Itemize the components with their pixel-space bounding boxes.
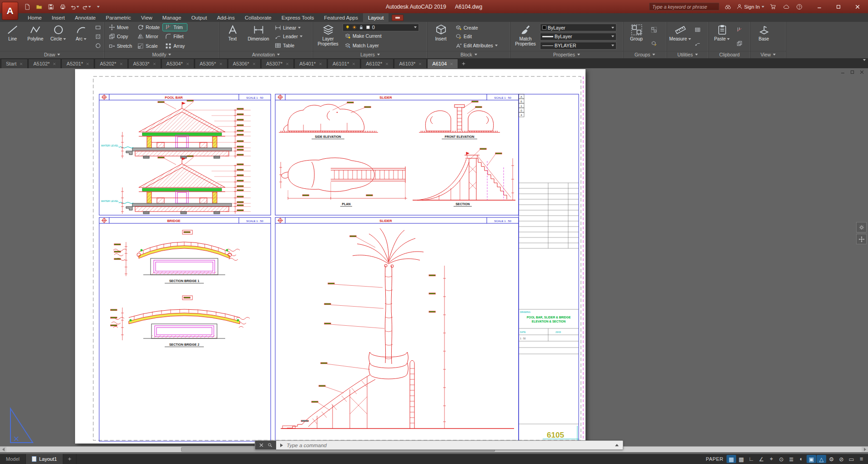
panel-label-utilities[interactable]: Utilities	[667, 51, 708, 58]
command-history-icon[interactable]	[615, 444, 619, 446]
file-tab[interactable]: A6101*	[328, 59, 360, 68]
paste-button[interactable]: Paste	[711, 23, 733, 50]
annotation-monitor-icon[interactable]: ⊘	[837, 455, 846, 463]
recent-commands-icon[interactable]	[267, 443, 273, 448]
new-layout-button[interactable]	[63, 454, 76, 464]
table-button[interactable]: Table	[273, 41, 304, 50]
close-tab-icon[interactable]	[53, 62, 56, 66]
arc-button[interactable]: Arc	[71, 23, 92, 50]
transparency-icon[interactable]: ◐	[797, 455, 806, 463]
qat-menu-icon[interactable]	[93, 2, 103, 11]
lineweight-dropdown[interactable]: ByLayer	[540, 33, 616, 40]
doc-minimize-icon[interactable]	[840, 70, 845, 76]
linetype-dropdown[interactable]: BYLAYER	[540, 42, 616, 50]
ribbon-display-toggle[interactable]	[392, 15, 404, 21]
array-button[interactable]: Array	[163, 42, 187, 50]
measure-button[interactable]: Measure	[669, 23, 691, 50]
sign-in-button[interactable]: Sign In	[737, 4, 764, 10]
plot-icon[interactable]	[57, 2, 68, 11]
polar-tracking-icon[interactable]: ∠	[757, 455, 766, 463]
hatch-tool-icon[interactable]	[93, 33, 102, 40]
edit-block-button[interactable]: Edit	[454, 32, 500, 41]
leader-button[interactable]: Leader	[273, 32, 304, 41]
app-store-icon[interactable]	[768, 2, 777, 11]
fillet-button[interactable]: Fillet	[163, 33, 187, 40]
linear-button[interactable]: Linear	[273, 23, 304, 32]
polyline-button[interactable]: Polyline	[25, 23, 46, 50]
stay-connected-icon[interactable]	[782, 2, 791, 11]
close-tab-icon[interactable]	[219, 62, 222, 66]
ribbon-tab[interactable]: Add-ins	[212, 13, 240, 22]
scroll-left-icon[interactable]	[0, 447, 6, 452]
ribbon-tab[interactable]: Home	[23, 13, 47, 22]
ribbon-tab[interactable]: Insert	[47, 13, 70, 22]
trim-button[interactable]: Trim	[163, 24, 187, 31]
panel-label-groups[interactable]: Groups	[623, 51, 666, 58]
close-tab-icon[interactable]	[120, 62, 123, 66]
layer-dropdown[interactable]: 0	[343, 24, 419, 31]
doc-close-icon[interactable]	[859, 70, 864, 76]
rectangle-tool-icon[interactable]	[93, 24, 102, 31]
create-block-button[interactable]: Create	[454, 23, 500, 32]
close-tab-icon[interactable]	[20, 62, 23, 66]
file-tab[interactable]: A5102*	[28, 59, 61, 68]
copy-clip-icon[interactable]	[735, 40, 744, 47]
ribbon-tab[interactable]: Featured Apps	[319, 13, 363, 22]
help-icon[interactable]	[795, 2, 804, 11]
group-button[interactable]: Group	[625, 23, 648, 50]
text-button[interactable]: Text	[221, 23, 244, 50]
snap-icon[interactable]: ▩	[737, 455, 746, 463]
paper-model-toggle-icon[interactable]: ▣	[807, 455, 816, 463]
panel-label-modify[interactable]: Modify	[105, 51, 219, 58]
panel-label-draw[interactable]: Draw	[0, 51, 104, 58]
search-input[interactable]	[649, 3, 719, 10]
paper-sheet[interactable]: WATER LEVEL	[75, 69, 585, 444]
ribbon-tab[interactable]: Layout	[363, 13, 389, 22]
command-line[interactable]: Type a command	[255, 440, 623, 450]
file-tab[interactable]: A5202*	[95, 59, 127, 68]
search-icon[interactable]	[723, 2, 732, 11]
group-edit-icon[interactable]	[649, 40, 658, 47]
object-color-dropdown[interactable]: ByLayer	[540, 24, 616, 31]
close-tab-icon[interactable]	[186, 62, 189, 66]
match-properties-button[interactable]: Match Properties	[512, 23, 539, 50]
file-tab[interactable]: A6104	[427, 59, 458, 68]
rotate-button[interactable]: Rotate	[135, 24, 162, 31]
close-tab-icon[interactable]	[419, 62, 422, 66]
customize-icon[interactable]: ≡	[857, 455, 866, 463]
tab-overflow-icon[interactable]	[863, 61, 866, 66]
close-tab-icon[interactable]	[86, 62, 89, 66]
cut-icon[interactable]	[735, 26, 744, 34]
ribbon-tab[interactable]: Manage	[157, 13, 187, 22]
lineweight-icon[interactable]: ≣	[787, 455, 796, 463]
close-command-icon[interactable]	[259, 443, 264, 448]
file-tab[interactable]: Start	[1, 59, 28, 68]
panel-label-block[interactable]: Block	[428, 51, 510, 58]
pan-icon[interactable]	[856, 234, 867, 244]
application-menu-button[interactable]: A	[2, 2, 18, 20]
match-layer-button[interactable]: Match Layer	[343, 41, 423, 50]
drawing-canvas[interactable]: WATER LEVEL	[0, 68, 868, 454]
layout1-tab[interactable]: Layout1	[26, 454, 63, 464]
close-tab-icon[interactable]	[319, 62, 322, 66]
navigation-wheel-icon[interactable]	[856, 222, 867, 232]
space-mode-label[interactable]: PAPER	[706, 456, 723, 462]
layer-properties-button[interactable]: Layer Properties	[315, 23, 341, 50]
open-file-icon[interactable]	[34, 2, 44, 11]
file-tab[interactable]: A5306*	[228, 59, 261, 68]
scale-button[interactable]: Scale	[135, 42, 162, 50]
ribbon-tab[interactable]: Annotate	[70, 13, 101, 22]
file-tab[interactable]: A5305*	[195, 59, 227, 68]
file-tab[interactable]: A5307*	[261, 59, 294, 68]
ribbon-tab[interactable]: Output	[186, 13, 212, 22]
annotation-scale-icon[interactable]: △	[817, 455, 826, 463]
panel-label-properties[interactable]: Properties	[510, 51, 623, 58]
clean-screen-icon[interactable]: ▭	[847, 455, 856, 463]
ribbon-tab[interactable]: Parametric	[101, 13, 136, 22]
edit-attributes-button[interactable]: Edit Attributes	[454, 41, 500, 50]
minimize-button[interactable]	[810, 0, 829, 13]
close-tab-icon[interactable]	[385, 62, 389, 66]
file-tab[interactable]: A6103*	[394, 59, 427, 68]
move-button[interactable]: Move	[106, 24, 134, 31]
ribbon-tab[interactable]: Express Tools	[277, 13, 319, 22]
